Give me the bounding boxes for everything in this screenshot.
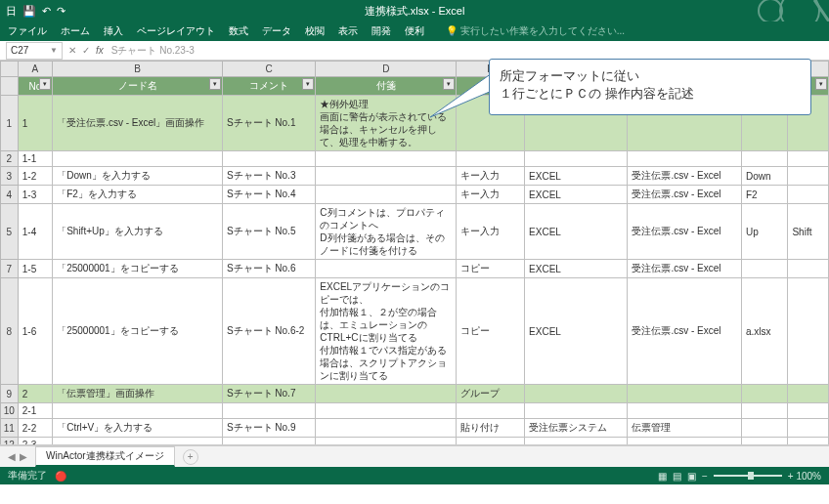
cell[interactable] — [525, 438, 628, 446]
cell[interactable] — [628, 438, 742, 446]
zoom-level[interactable]: + 100% — [788, 471, 821, 482]
cell[interactable] — [222, 151, 315, 167]
cell[interactable] — [742, 151, 788, 167]
cell[interactable]: 2-2 — [18, 419, 52, 438]
cell[interactable]: C列コメントは、プロパティのコメントへ D列付箋がある場合は、そのノードに付箋を… — [316, 204, 457, 260]
cell[interactable]: グループ — [457, 385, 525, 403]
cell[interactable]: 「伝票管理」画面操作 — [53, 385, 223, 403]
cell[interactable]: Sチャート No.7 — [222, 385, 315, 403]
row-header[interactable]: 8 — [1, 278, 19, 385]
cell[interactable]: Sチャート No.9 — [222, 419, 315, 438]
cell[interactable] — [457, 151, 525, 167]
cell[interactable]: コピー — [457, 278, 525, 385]
cell[interactable] — [742, 403, 788, 419]
cell[interactable] — [53, 403, 223, 419]
cell[interactable]: 1-4 — [18, 204, 52, 260]
cell[interactable]: 1-3 — [18, 186, 52, 204]
cell[interactable] — [316, 186, 457, 204]
tab-data[interactable]: データ — [262, 24, 291, 38]
cell[interactable]: 「25000001」をコピーする — [53, 260, 223, 278]
cell[interactable] — [742, 385, 788, 403]
cell[interactable]: 「Ctrl+V」を入力する — [53, 419, 223, 438]
cell[interactable] — [788, 260, 829, 278]
tab-benri[interactable]: 便利 — [405, 24, 424, 38]
cell[interactable]: 「受注伝票.csv - Excel」画面操作 — [53, 96, 223, 151]
filter-icon[interactable]: ▾ — [815, 78, 827, 90]
view-normal-icon[interactable]: ▦ — [658, 471, 667, 482]
cell[interactable] — [788, 419, 829, 438]
cell[interactable]: 受注伝票.csv - Excel — [628, 204, 742, 260]
sheet-nav-next-icon[interactable]: ▶ — [20, 451, 27, 462]
cell[interactable] — [53, 438, 223, 446]
add-sheet-button[interactable]: + — [183, 449, 198, 465]
table-header-cell[interactable]: No▾ — [18, 77, 52, 96]
cell[interactable]: 1 — [18, 96, 52, 151]
col-header[interactable]: D — [316, 62, 457, 77]
row-header[interactable] — [1, 77, 19, 96]
cell[interactable]: 受注伝票.csv - Excel — [628, 186, 742, 204]
cell[interactable]: Sチャート No.6 — [222, 260, 315, 278]
cell[interactable]: 受注伝票.csv - Excel — [628, 278, 742, 385]
cell[interactable] — [316, 438, 457, 446]
cell[interactable] — [316, 167, 457, 186]
cell[interactable]: 1-5 — [18, 260, 52, 278]
fx-icon[interactable]: fx — [96, 45, 104, 56]
cell[interactable]: Sチャート No.3 — [222, 167, 315, 186]
name-box[interactable]: C27 ▼ — [6, 42, 63, 60]
cell[interactable] — [316, 151, 457, 167]
cell[interactable] — [457, 403, 525, 419]
table-header-cell[interactable]: コメント▾ — [222, 77, 315, 96]
view-layout-icon[interactable]: ▤ — [673, 471, 681, 482]
cell[interactable]: 「Down」を入力する — [53, 167, 223, 186]
cell[interactable] — [457, 438, 525, 446]
sheet-nav-prev-icon[interactable]: ◀ — [8, 451, 16, 462]
row-header[interactable]: 7 — [1, 260, 19, 278]
tab-insert[interactable]: 挿入 — [104, 24, 123, 38]
view-pagebreak-icon[interactable]: ▣ — [687, 471, 696, 482]
cell[interactable] — [788, 186, 829, 204]
col-header[interactable]: A — [18, 62, 52, 77]
cell[interactable] — [316, 260, 457, 278]
formula-bar[interactable]: Sチャート No.23-3 — [108, 44, 829, 58]
cell[interactable]: 「Shift+Up」を入力する — [53, 204, 223, 260]
filter-icon[interactable]: ▾ — [39, 78, 51, 90]
chevron-down-icon[interactable]: ▼ — [50, 46, 58, 55]
cell[interactable]: 受注伝票システム — [525, 419, 628, 438]
cell[interactable]: Sチャート No.4 — [222, 186, 315, 204]
cell[interactable]: Sチャート No.1 — [222, 96, 315, 151]
cell[interactable]: 貼り付け — [457, 419, 525, 438]
row-header[interactable]: 9 — [1, 385, 19, 403]
cell[interactable]: EXCEL — [525, 204, 628, 260]
row-header[interactable]: 12 — [1, 438, 19, 446]
cell[interactable] — [788, 278, 829, 385]
cell[interactable] — [316, 385, 457, 403]
row-header[interactable]: 4 — [1, 186, 19, 204]
cell[interactable]: Shift — [788, 204, 829, 260]
cell[interactable]: 受注伝票.csv - Excel — [628, 260, 742, 278]
cell[interactable]: キー入力 — [457, 204, 525, 260]
zoom-slider[interactable] — [714, 475, 782, 477]
tab-layout[interactable]: ページレイアウト — [137, 24, 215, 38]
tell-me-input[interactable]: 💡 実行したい作業を入力してください... — [446, 24, 625, 38]
cell[interactable]: 1-2 — [18, 167, 52, 186]
row-header[interactable]: 10 — [1, 403, 19, 419]
cell[interactable] — [222, 438, 315, 446]
sheet-tab[interactable]: WinActor連携様式イメージ — [35, 446, 175, 467]
row-header[interactable]: 3 — [1, 167, 19, 186]
cell[interactable]: 2-1 — [18, 403, 52, 419]
cell[interactable]: EXCEL — [525, 278, 628, 385]
cell[interactable]: Down — [742, 167, 788, 186]
tab-review[interactable]: 校閲 — [305, 24, 325, 38]
tab-formula[interactable]: 数式 — [229, 24, 248, 38]
cell[interactable]: EXCEL — [525, 167, 628, 186]
filter-icon[interactable]: ▾ — [302, 78, 314, 90]
cell[interactable]: Sチャート No.6-2 — [222, 278, 315, 385]
cell[interactable] — [742, 419, 788, 438]
cell[interactable] — [628, 403, 742, 419]
cell[interactable]: 受注伝票.csv - Excel — [628, 167, 742, 186]
worksheet-grid[interactable]: ABCDEFGHINo▾ノード名▾コメント▾付箋▾イ▾▾▾▾▾11「受注伝票.c… — [0, 61, 829, 445]
cell[interactable] — [628, 151, 742, 167]
cell[interactable] — [525, 385, 628, 403]
cell[interactable]: Sチャート No.5 — [222, 204, 315, 260]
cell[interactable] — [788, 151, 829, 167]
